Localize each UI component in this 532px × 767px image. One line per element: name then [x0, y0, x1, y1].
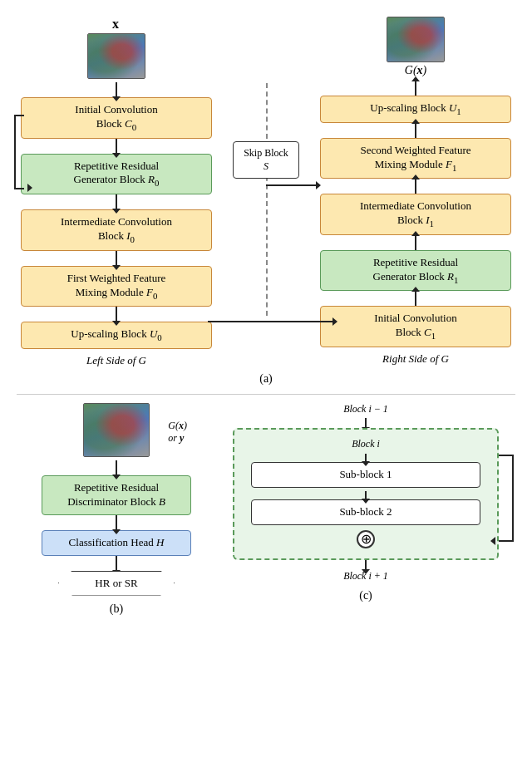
block-r1: Repetitive ResidualGenerator Block R1 [320, 250, 511, 292]
arrow-up-c1-r1 [415, 291, 416, 306]
block-i0: Intermediate ConvolutionBlock I0 [21, 209, 212, 251]
arrow-sub1-to-sub2 [365, 491, 367, 499]
section-c-label: (c) [359, 589, 372, 602]
discriminator-input-image [83, 403, 150, 457]
skip-block: Skip Block S [233, 141, 299, 179]
arrow-up-f1-u1 [415, 123, 416, 138]
section-divider [17, 394, 515, 395]
section-a-label: (a) [8, 372, 524, 386]
center-skip-area: Skip Block S [233, 58, 299, 179]
arrow-b-down2 [116, 515, 117, 530]
block-b: Repetitive ResidualDiscriminator Block B [42, 475, 191, 515]
dashed-block-box: Block i Sub-block 1 Sub-block 2 ⊕ [233, 428, 499, 560]
arrow-r0-to-i0 [116, 194, 117, 209]
arrow-b-down1 [116, 460, 117, 475]
block-r0: Repetitive ResidualGenerator Block R0 [21, 154, 212, 195]
arrow-up-i1-f1 [415, 179, 416, 194]
arrow-f0-to-u0 [116, 307, 117, 322]
hr-sr-block: HR or SR [58, 571, 175, 596]
block-i-minus-1-label: Block i − 1 [343, 403, 388, 415]
block-c0: Initial ConvolutionBlock C0 [21, 97, 212, 139]
plus-circle: ⊕ [357, 530, 375, 548]
arrow-up-to-gx [415, 81, 416, 96]
output-image [387, 17, 445, 62]
bottom-row: G(x)or y Repetitive ResidualDiscriminato… [8, 403, 524, 616]
left-side-label: Left Side of G [86, 354, 146, 367]
arrow-up-r1-i1 [415, 235, 416, 250]
arrow-c-bottom [365, 560, 367, 570]
block-f0: First Weighted FeatureMixing Module F0 [21, 266, 212, 307]
section-c: Block i − 1 Block i Sub-block 1 Sub-bloc… [216, 403, 499, 616]
arrow-b-down3 [116, 556, 117, 571]
feedback-arrow-left [14, 115, 24, 189]
block-i-label: Block i [251, 438, 480, 450]
block-f1: Second Weighted FeatureMixing Module F1 [320, 138, 511, 179]
section-a: x Initial ConvolutionBlock C0 Repetitive… [8, 8, 524, 367]
diagram-container: x Initial ConvolutionBlock C0 Repetitive… [0, 0, 532, 616]
arrow-x-to-c0 [116, 82, 117, 97]
arrow-c-into-sub1 [365, 454, 367, 462]
section-b-label: (b) [110, 602, 123, 616]
residual-arrow [499, 455, 514, 542]
gx-label: G(x) [405, 64, 426, 77]
arrow-c0-to-r0 [116, 139, 117, 154]
x-label: x [112, 17, 119, 32]
arrow-c-top [365, 418, 367, 428]
skip-arrow-right [266, 181, 321, 189]
arrow-u0-to-c1 [208, 321, 332, 322]
block-i1: Intermediate ConvolutionBlock I1 [320, 194, 511, 235]
block-c1: Initial ConvolutionBlock C1 [320, 306, 511, 347]
section-b: G(x)or y Repetitive ResidualDiscriminato… [17, 403, 216, 616]
dashed-divider [266, 83, 268, 316]
right-side-label: Right Side of G [382, 352, 449, 366]
gy-label: G(x)or y [168, 420, 187, 445]
arrow-i0-to-f0 [116, 251, 117, 266]
input-image [87, 33, 145, 79]
